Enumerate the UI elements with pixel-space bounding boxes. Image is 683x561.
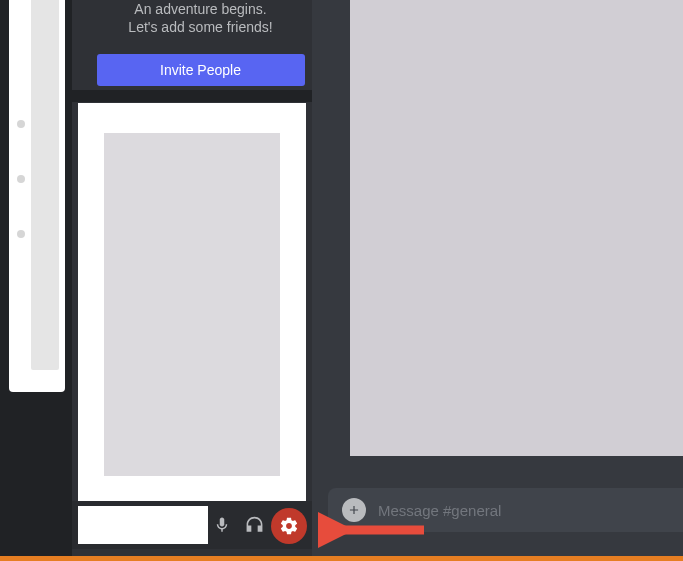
sidebar-card [78, 103, 306, 502]
invite-people-button[interactable]: Invite People [97, 54, 305, 86]
mute-button[interactable] [206, 509, 238, 541]
guild-list-inner [31, 0, 59, 370]
guilds-bar [0, 0, 72, 561]
welcome-line2: Let's add some friends! [96, 18, 305, 36]
user-avatar-name[interactable] [78, 506, 208, 544]
welcome-line1: An adventure begins. [96, 0, 305, 18]
sidebar-card-image [104, 133, 280, 476]
plus-icon [347, 503, 361, 517]
chat-welcome-image [350, 0, 683, 456]
guild-pill [17, 175, 25, 183]
microphone-icon [213, 516, 231, 534]
sidebar-divider [72, 90, 312, 102]
add-attachment-button[interactable] [342, 498, 366, 522]
guild-list [9, 0, 65, 392]
welcome-panel: An adventure begins. Let's add some frie… [88, 0, 313, 86]
deafen-button[interactable] [238, 509, 270, 541]
bottom-border [0, 556, 683, 561]
message-input[interactable] [366, 488, 683, 532]
guild-pill [17, 120, 25, 128]
gear-icon [279, 516, 299, 536]
message-input-bar [328, 488, 683, 532]
user-settings-button[interactable] [271, 508, 307, 544]
user-panel [72, 501, 312, 549]
headphones-icon [245, 516, 264, 535]
guild-pill [17, 230, 25, 238]
